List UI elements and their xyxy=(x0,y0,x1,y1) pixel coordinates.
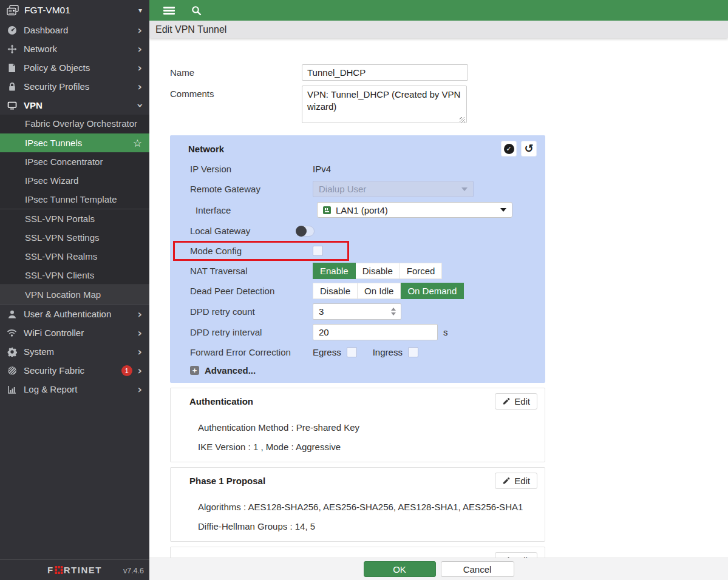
toggle-knob xyxy=(296,226,307,237)
sidebar-item-ipsec-wizard[interactable]: IPsec Wizard xyxy=(0,171,149,190)
sidebar-item-security-profiles[interactable]: Security Profiles › xyxy=(0,77,149,96)
revert-section-button[interactable]: ↺ xyxy=(521,141,537,157)
comments-row: Comments VPN: Tunnel_DHCP (Created by VP… xyxy=(170,86,728,126)
sidebar-item-ipsec-tunnels[interactable]: IPsec Tunnels ☆ xyxy=(0,133,149,152)
sidebar-item-ipsec-tunnel-template[interactable]: IPsec Tunnel Template xyxy=(0,190,149,209)
fec-ingress-label: Ingress xyxy=(373,347,403,357)
cancel-button[interactable]: Cancel xyxy=(441,561,514,577)
firmware-version: v7.4.6 xyxy=(123,567,144,575)
sidebar-item-label: Network xyxy=(24,44,57,54)
ip-version-label: IP Version xyxy=(190,164,313,174)
fortinet-logo: F RTINET xyxy=(47,565,102,575)
fec-egress-checkbox[interactable] xyxy=(347,347,357,357)
edit-button-label: Edit xyxy=(514,396,530,406)
mode-config-checkbox[interactable] xyxy=(313,246,323,256)
local-gateway-row: Local Gateway xyxy=(170,221,545,241)
sidebar-item-sslvpn-clients[interactable]: SSL-VPN Clients xyxy=(0,266,149,285)
network-section-title: Network xyxy=(188,144,224,154)
ok-button[interactable]: OK xyxy=(364,561,436,577)
authentication-edit-button[interactable]: Edit xyxy=(495,393,537,410)
fec-egress-label: Egress xyxy=(313,347,341,357)
authentication-title: Authentication xyxy=(189,396,253,406)
resize-grip[interactable] xyxy=(460,117,465,123)
dead-peer-detection-label: Dead Peer Detection xyxy=(190,286,313,296)
network-icon xyxy=(7,44,17,54)
sidebar-item-ipsec-concentrator[interactable]: IPsec Concentrator xyxy=(0,152,149,171)
sidebar-item-label: SSL-VPN Realms xyxy=(25,251,97,261)
name-input[interactable] xyxy=(302,64,468,81)
dpd-on-demand-button[interactable]: On Demand xyxy=(401,283,464,299)
sidebar-item-dashboard[interactable]: Dashboard › xyxy=(0,21,149,39)
sidebar-item-vpn[interactable]: VPN › xyxy=(0,96,149,115)
edit-button-label: Edit xyxy=(514,476,530,486)
dh-groups-text: Diffie-Hellman Groups : 14, 5 xyxy=(178,521,537,531)
fortinet-logo-rest: RTINET xyxy=(64,565,102,575)
comments-textarea[interactable]: VPN: Tunnel_DHCP (Created by VPN wizard) xyxy=(302,86,467,123)
dpd-retry-interval-unit: s xyxy=(443,327,448,337)
sidebar-item-system[interactable]: System › xyxy=(0,342,149,361)
search-icon[interactable] xyxy=(191,5,202,16)
dpd-retry-count-row: DPD retry count 3 xyxy=(170,301,545,322)
nat-forced-button[interactable]: Forced xyxy=(400,263,443,279)
sidebar-item-label: User & Authentication xyxy=(24,309,111,319)
sidebar-footer: F RTINET v7.4.6 xyxy=(0,559,149,580)
sidebar-item-vpn-location-map[interactable]: VPN Location Map xyxy=(0,285,149,304)
xauth-edit-button[interactable]: Edit xyxy=(495,552,537,558)
chevron-down-icon: › xyxy=(134,103,145,107)
interface-select[interactable]: LAN1 (port4) xyxy=(317,202,512,218)
sidebar-item-network[interactable]: Network › xyxy=(0,39,149,58)
nat-traversal-row: NAT Traversal Enable Disable Forced xyxy=(170,261,545,281)
sidebar-item-sslvpn-portals[interactable]: SSL-VPN Portals xyxy=(0,209,149,228)
pencil-icon xyxy=(502,397,510,405)
network-section: Network ✓ ↺ IP Version IPv4 Remote Gatew… xyxy=(170,135,545,383)
name-row: Name xyxy=(170,64,728,81)
fortinet-logo-f: F xyxy=(47,565,54,575)
fec-ingress-checkbox[interactable] xyxy=(408,347,418,357)
dpd-retry-count-label: DPD retry count xyxy=(190,306,313,317)
pencil-icon xyxy=(502,477,510,485)
apply-section-button[interactable]: ✓ xyxy=(501,141,517,157)
top-navbar xyxy=(149,0,728,21)
chevron-right-icon: › xyxy=(138,81,142,92)
chevron-right-icon: › xyxy=(138,384,142,395)
check-circle-icon: ✓ xyxy=(504,144,514,154)
sidebar-item-label: Log & Report xyxy=(24,384,77,394)
sidebar-item-wifi-controller[interactable]: WiFi Controller › xyxy=(0,323,149,342)
device-selector[interactable]: FGT-VM01 ▾ xyxy=(0,0,149,21)
dpd-retry-interval-input[interactable] xyxy=(313,324,438,340)
spinner-arrows[interactable] xyxy=(391,308,396,315)
sidebar-item-sslvpn-realms[interactable]: SSL-VPN Realms xyxy=(0,247,149,266)
phase1-edit-button[interactable]: Edit xyxy=(495,473,537,489)
sidebar-item-label: VPN Location Map xyxy=(25,289,101,300)
dpd-retry-count-input[interactable]: 3 xyxy=(313,303,401,320)
chevron-right-icon: › xyxy=(138,365,142,376)
spinner-up-icon[interactable] xyxy=(391,308,396,311)
sidebar-item-policy-objects[interactable]: Policy & Objects › xyxy=(0,58,149,77)
sidebar-item-log-report[interactable]: Log & Report › xyxy=(0,380,149,399)
sidebar-item-security-fabric[interactable]: Security Fabric 1 › xyxy=(0,361,149,380)
sidebar-item-user-authentication[interactable]: User & Authentication › xyxy=(0,305,149,323)
phase1-proposal-section: Phase 1 Proposal Edit Algorithms : AES12… xyxy=(170,467,545,542)
sidebar-item-fabric-overlay-orchestrator[interactable]: Fabric Overlay Orchestrator xyxy=(0,115,149,133)
page-title: Edit VPN Tunnel xyxy=(155,24,226,35)
monitor-icon xyxy=(7,100,17,110)
sidebar-item-label: Policy & Objects xyxy=(24,62,90,73)
nat-disable-button[interactable]: Disable xyxy=(356,263,400,279)
wifi-icon xyxy=(7,328,17,338)
sidebar: FGT-VM01 ▾ Dashboard › Network › Policy … xyxy=(0,0,149,580)
local-gateway-label: Local Gateway xyxy=(190,226,313,236)
sidebar-item-sslvpn-settings[interactable]: SSL-VPN Settings xyxy=(0,228,149,247)
local-gateway-toggle[interactable] xyxy=(296,226,315,237)
ike-version-text: IKE Version : 1 , Mode : Aggressive xyxy=(178,442,537,452)
sidebar-item-label: System xyxy=(24,346,54,357)
sidebar-item-label: IPsec Wizard xyxy=(25,175,78,186)
star-icon[interactable]: ☆ xyxy=(133,137,142,149)
spinner-down-icon[interactable] xyxy=(391,312,396,315)
sidebar-item-label: Fabric Overlay Orchestrator xyxy=(25,118,137,130)
dpd-disable-button[interactable]: Disable xyxy=(313,283,358,299)
dpd-on-idle-button[interactable]: On Idle xyxy=(358,283,401,299)
nat-enable-button[interactable]: Enable xyxy=(313,263,356,279)
advanced-expander[interactable]: + Advanced... xyxy=(170,365,545,376)
chevron-right-icon: › xyxy=(138,328,142,339)
hamburger-menu-icon[interactable] xyxy=(163,7,175,15)
